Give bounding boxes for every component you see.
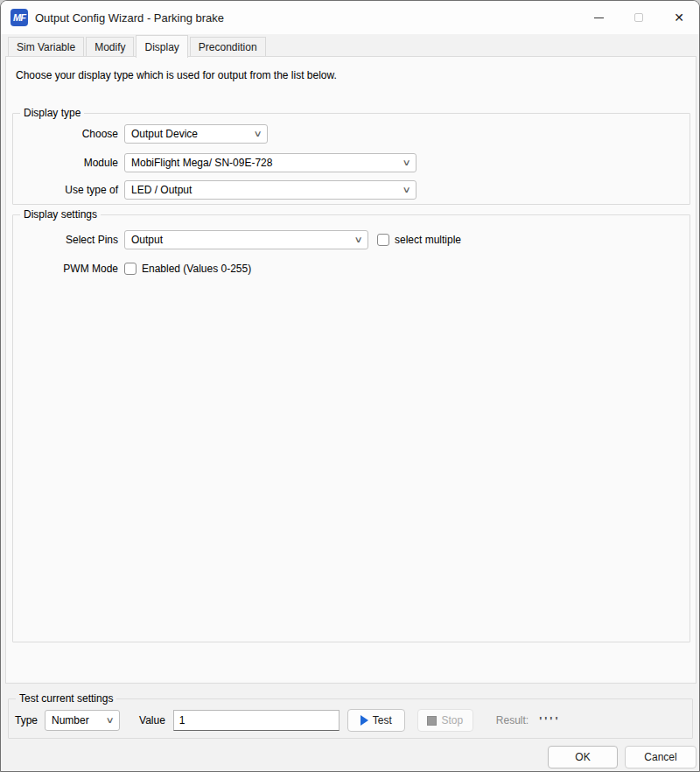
module-label: Module [13,157,124,169]
choose-dropdown[interactable]: Output Device ∨ [124,124,268,144]
choose-dropdown-value: Output Device [131,128,198,140]
select-pins-label: Select Pins [13,234,124,246]
close-icon: ✕ [674,11,684,25]
use-type-label: Use type of [13,184,124,196]
select-pins-row: Select Pins Output ∨ select multiple [13,230,461,249]
test-current-settings-group: Test current settings Type Number ∨ Valu… [8,698,693,739]
display-type-group: Display type Choose Output Device ∨ Modu… [12,113,690,205]
pwm-mode-label: PWM Mode [13,263,124,275]
select-multiple-label: select multiple [395,234,461,246]
choose-row: Choose Output Device ∨ [13,124,268,144]
type-dropdown[interactable]: Number ∨ [45,710,120,731]
result-label: Result: [496,714,528,726]
chevron-down-icon: ∨ [402,186,410,194]
maximize-icon [634,13,643,22]
cancel-button[interactable]: Cancel [625,746,696,768]
use-type-row: Use type of LED / Output ∨ [13,180,416,200]
minimize-button[interactable] [578,1,619,34]
module-dropdown-value: MobiFlight Mega/ SN-09E-728 [131,157,272,169]
pwm-enabled-label: Enabled (Values 0-255) [142,263,251,275]
stop-button[interactable]: Stop [417,709,473,732]
select-pins-dropdown-value: Output [131,234,163,246]
tab-strip: Sim Variable Modify Display Precondition [8,35,268,56]
pwm-mode-row: PWM Mode Enabled (Values 0-255) [13,259,251,278]
test-button-label: Test [373,714,392,726]
value-label: Value [139,714,165,726]
type-dropdown-value: Number [52,714,89,726]
instruction-text: Choose your display type which is used f… [16,69,337,81]
module-row: Module MobiFlight Mega/ SN-09E-728 ∨ [13,153,416,172]
test-group-title: Test current settings [16,692,116,705]
use-type-dropdown-value: LED / Output [131,184,192,196]
tab-precondition[interactable]: Precondition [190,37,266,56]
ok-button[interactable]: OK [548,746,618,768]
select-pins-dropdown[interactable]: Output ∨ [124,230,368,249]
value-input[interactable] [173,710,340,731]
window-title: Output Config Wizard - Parking brake [35,11,578,25]
result-value: '''' [539,714,560,727]
chevron-down-icon: ∨ [253,130,262,138]
use-type-dropdown[interactable]: LED / Output ∨ [124,180,416,200]
test-row: Type Number ∨ Value Test Stop Result: ''… [15,709,561,732]
tab-sim-variable[interactable]: Sim Variable [8,37,84,56]
select-multiple-checkbox[interactable] [377,234,389,246]
maximize-button[interactable] [619,1,659,34]
stop-icon [427,716,437,726]
mobiflight-logo-icon: MF [10,9,28,26]
test-button[interactable]: Test [347,709,405,732]
pwm-enabled-checkbox[interactable] [124,263,136,275]
title-bar: MF Output Config Wizard - Parking brake … [1,1,699,34]
display-settings-group-title: Display settings [20,208,101,221]
chevron-down-icon: ∨ [105,716,114,725]
choose-label: Choose [13,128,124,140]
play-icon [360,715,368,726]
display-type-group-title: Display type [20,107,84,119]
display-settings-group: Display settings Select Pins Output ∨ se… [12,214,690,642]
stop-button-label: Stop [441,714,463,726]
chevron-down-icon: ∨ [402,158,410,167]
module-dropdown[interactable]: MobiFlight Mega/ SN-09E-728 ∨ [124,153,416,172]
tab-modify[interactable]: Modify [86,37,134,56]
close-button[interactable]: ✕ [659,1,699,34]
minimize-icon [594,18,604,18]
chevron-down-icon: ∨ [354,235,362,244]
type-label: Type [15,714,38,726]
display-tab-page: Choose your display type which is used f… [5,56,696,684]
output-config-wizard-window: MF Output Config Wizard - Parking brake … [0,0,700,772]
tab-display[interactable]: Display [136,35,187,58]
